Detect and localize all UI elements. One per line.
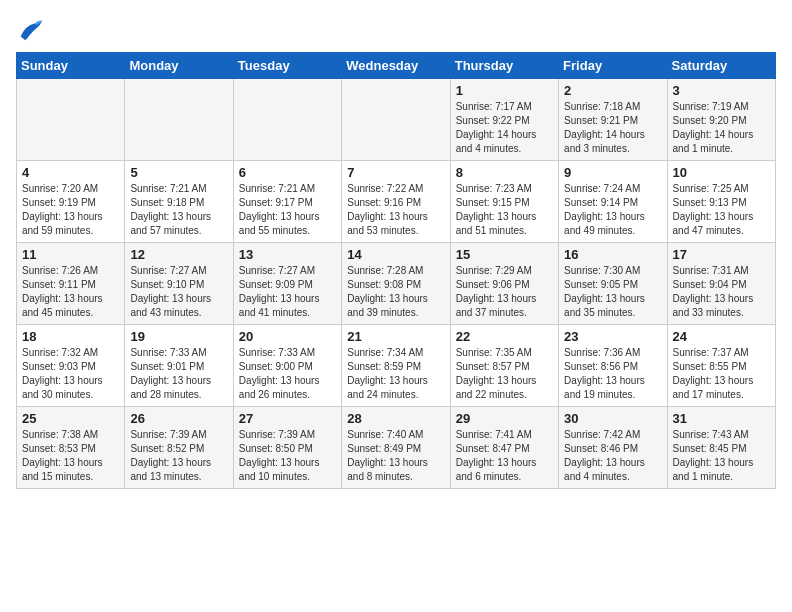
calendar-cell: 19Sunrise: 7:33 AM Sunset: 9:01 PM Dayli… bbox=[125, 325, 233, 407]
header-sunday: Sunday bbox=[17, 53, 125, 79]
day-info: Sunrise: 7:23 AM Sunset: 9:15 PM Dayligh… bbox=[456, 182, 553, 238]
day-info: Sunrise: 7:18 AM Sunset: 9:21 PM Dayligh… bbox=[564, 100, 661, 156]
day-number: 2 bbox=[564, 83, 661, 98]
day-info: Sunrise: 7:36 AM Sunset: 8:56 PM Dayligh… bbox=[564, 346, 661, 402]
day-info: Sunrise: 7:34 AM Sunset: 8:59 PM Dayligh… bbox=[347, 346, 444, 402]
calendar-cell: 31Sunrise: 7:43 AM Sunset: 8:45 PM Dayli… bbox=[667, 407, 775, 489]
calendar-cell: 18Sunrise: 7:32 AM Sunset: 9:03 PM Dayli… bbox=[17, 325, 125, 407]
calendar-cell: 4Sunrise: 7:20 AM Sunset: 9:19 PM Daylig… bbox=[17, 161, 125, 243]
calendar-header-row: SundayMondayTuesdayWednesdayThursdayFrid… bbox=[17, 53, 776, 79]
calendar-cell: 29Sunrise: 7:41 AM Sunset: 8:47 PM Dayli… bbox=[450, 407, 558, 489]
day-info: Sunrise: 7:39 AM Sunset: 8:50 PM Dayligh… bbox=[239, 428, 336, 484]
day-number: 16 bbox=[564, 247, 661, 262]
calendar-cell: 1Sunrise: 7:17 AM Sunset: 9:22 PM Daylig… bbox=[450, 79, 558, 161]
day-number: 21 bbox=[347, 329, 444, 344]
day-number: 13 bbox=[239, 247, 336, 262]
calendar-cell: 9Sunrise: 7:24 AM Sunset: 9:14 PM Daylig… bbox=[559, 161, 667, 243]
calendar-cell: 8Sunrise: 7:23 AM Sunset: 9:15 PM Daylig… bbox=[450, 161, 558, 243]
page-header bbox=[16, 16, 776, 44]
calendar-cell: 21Sunrise: 7:34 AM Sunset: 8:59 PM Dayli… bbox=[342, 325, 450, 407]
header-thursday: Thursday bbox=[450, 53, 558, 79]
calendar-cell bbox=[125, 79, 233, 161]
day-number: 23 bbox=[564, 329, 661, 344]
week-row-4: 18Sunrise: 7:32 AM Sunset: 9:03 PM Dayli… bbox=[17, 325, 776, 407]
day-info: Sunrise: 7:43 AM Sunset: 8:45 PM Dayligh… bbox=[673, 428, 770, 484]
calendar-cell: 6Sunrise: 7:21 AM Sunset: 9:17 PM Daylig… bbox=[233, 161, 341, 243]
calendar-cell: 16Sunrise: 7:30 AM Sunset: 9:05 PM Dayli… bbox=[559, 243, 667, 325]
calendar-table: SundayMondayTuesdayWednesdayThursdayFrid… bbox=[16, 52, 776, 489]
calendar-cell: 23Sunrise: 7:36 AM Sunset: 8:56 PM Dayli… bbox=[559, 325, 667, 407]
day-info: Sunrise: 7:32 AM Sunset: 9:03 PM Dayligh… bbox=[22, 346, 119, 402]
calendar-cell: 17Sunrise: 7:31 AM Sunset: 9:04 PM Dayli… bbox=[667, 243, 775, 325]
day-info: Sunrise: 7:41 AM Sunset: 8:47 PM Dayligh… bbox=[456, 428, 553, 484]
day-number: 29 bbox=[456, 411, 553, 426]
week-row-5: 25Sunrise: 7:38 AM Sunset: 8:53 PM Dayli… bbox=[17, 407, 776, 489]
calendar-cell bbox=[17, 79, 125, 161]
day-number: 22 bbox=[456, 329, 553, 344]
day-number: 7 bbox=[347, 165, 444, 180]
header-monday: Monday bbox=[125, 53, 233, 79]
day-number: 10 bbox=[673, 165, 770, 180]
day-number: 20 bbox=[239, 329, 336, 344]
day-info: Sunrise: 7:26 AM Sunset: 9:11 PM Dayligh… bbox=[22, 264, 119, 320]
calendar-cell: 30Sunrise: 7:42 AM Sunset: 8:46 PM Dayli… bbox=[559, 407, 667, 489]
calendar-cell: 10Sunrise: 7:25 AM Sunset: 9:13 PM Dayli… bbox=[667, 161, 775, 243]
day-number: 6 bbox=[239, 165, 336, 180]
day-number: 14 bbox=[347, 247, 444, 262]
header-wednesday: Wednesday bbox=[342, 53, 450, 79]
day-number: 31 bbox=[673, 411, 770, 426]
day-info: Sunrise: 7:37 AM Sunset: 8:55 PM Dayligh… bbox=[673, 346, 770, 402]
day-number: 1 bbox=[456, 83, 553, 98]
day-number: 3 bbox=[673, 83, 770, 98]
calendar-cell: 27Sunrise: 7:39 AM Sunset: 8:50 PM Dayli… bbox=[233, 407, 341, 489]
calendar-cell: 13Sunrise: 7:27 AM Sunset: 9:09 PM Dayli… bbox=[233, 243, 341, 325]
day-info: Sunrise: 7:17 AM Sunset: 9:22 PM Dayligh… bbox=[456, 100, 553, 156]
header-friday: Friday bbox=[559, 53, 667, 79]
calendar-cell: 12Sunrise: 7:27 AM Sunset: 9:10 PM Dayli… bbox=[125, 243, 233, 325]
day-number: 19 bbox=[130, 329, 227, 344]
day-info: Sunrise: 7:33 AM Sunset: 9:00 PM Dayligh… bbox=[239, 346, 336, 402]
calendar-cell: 5Sunrise: 7:21 AM Sunset: 9:18 PM Daylig… bbox=[125, 161, 233, 243]
calendar-cell: 28Sunrise: 7:40 AM Sunset: 8:49 PM Dayli… bbox=[342, 407, 450, 489]
day-info: Sunrise: 7:25 AM Sunset: 9:13 PM Dayligh… bbox=[673, 182, 770, 238]
week-row-3: 11Sunrise: 7:26 AM Sunset: 9:11 PM Dayli… bbox=[17, 243, 776, 325]
day-number: 15 bbox=[456, 247, 553, 262]
calendar-cell: 3Sunrise: 7:19 AM Sunset: 9:20 PM Daylig… bbox=[667, 79, 775, 161]
calendar-cell: 22Sunrise: 7:35 AM Sunset: 8:57 PM Dayli… bbox=[450, 325, 558, 407]
calendar-cell: 15Sunrise: 7:29 AM Sunset: 9:06 PM Dayli… bbox=[450, 243, 558, 325]
week-row-2: 4Sunrise: 7:20 AM Sunset: 9:19 PM Daylig… bbox=[17, 161, 776, 243]
day-info: Sunrise: 7:21 AM Sunset: 9:17 PM Dayligh… bbox=[239, 182, 336, 238]
day-number: 9 bbox=[564, 165, 661, 180]
day-number: 28 bbox=[347, 411, 444, 426]
calendar-cell: 7Sunrise: 7:22 AM Sunset: 9:16 PM Daylig… bbox=[342, 161, 450, 243]
day-number: 4 bbox=[22, 165, 119, 180]
logo bbox=[16, 16, 48, 44]
day-number: 24 bbox=[673, 329, 770, 344]
day-info: Sunrise: 7:19 AM Sunset: 9:20 PM Dayligh… bbox=[673, 100, 770, 156]
day-info: Sunrise: 7:38 AM Sunset: 8:53 PM Dayligh… bbox=[22, 428, 119, 484]
day-info: Sunrise: 7:39 AM Sunset: 8:52 PM Dayligh… bbox=[130, 428, 227, 484]
day-number: 25 bbox=[22, 411, 119, 426]
header-saturday: Saturday bbox=[667, 53, 775, 79]
day-number: 18 bbox=[22, 329, 119, 344]
day-info: Sunrise: 7:22 AM Sunset: 9:16 PM Dayligh… bbox=[347, 182, 444, 238]
calendar-cell: 2Sunrise: 7:18 AM Sunset: 9:21 PM Daylig… bbox=[559, 79, 667, 161]
day-number: 12 bbox=[130, 247, 227, 262]
day-info: Sunrise: 7:33 AM Sunset: 9:01 PM Dayligh… bbox=[130, 346, 227, 402]
day-info: Sunrise: 7:30 AM Sunset: 9:05 PM Dayligh… bbox=[564, 264, 661, 320]
day-number: 27 bbox=[239, 411, 336, 426]
day-info: Sunrise: 7:29 AM Sunset: 9:06 PM Dayligh… bbox=[456, 264, 553, 320]
calendar-cell: 20Sunrise: 7:33 AM Sunset: 9:00 PM Dayli… bbox=[233, 325, 341, 407]
day-number: 8 bbox=[456, 165, 553, 180]
calendar-cell: 24Sunrise: 7:37 AM Sunset: 8:55 PM Dayli… bbox=[667, 325, 775, 407]
day-info: Sunrise: 7:42 AM Sunset: 8:46 PM Dayligh… bbox=[564, 428, 661, 484]
logo-bird-icon bbox=[16, 16, 44, 44]
calendar-cell: 25Sunrise: 7:38 AM Sunset: 8:53 PM Dayli… bbox=[17, 407, 125, 489]
calendar-cell bbox=[342, 79, 450, 161]
day-info: Sunrise: 7:27 AM Sunset: 9:10 PM Dayligh… bbox=[130, 264, 227, 320]
day-number: 30 bbox=[564, 411, 661, 426]
day-number: 26 bbox=[130, 411, 227, 426]
day-number: 11 bbox=[22, 247, 119, 262]
day-info: Sunrise: 7:28 AM Sunset: 9:08 PM Dayligh… bbox=[347, 264, 444, 320]
day-info: Sunrise: 7:40 AM Sunset: 8:49 PM Dayligh… bbox=[347, 428, 444, 484]
